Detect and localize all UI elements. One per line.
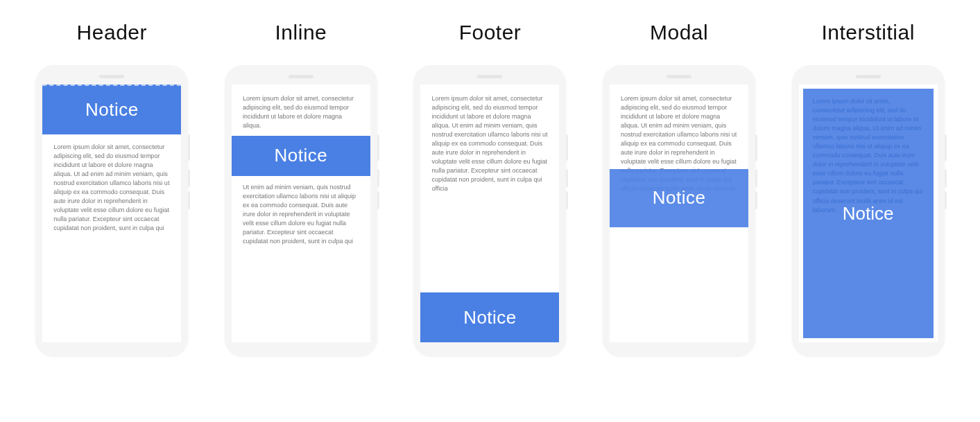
- screen-content: Notice Lorem ipsum dolor sit amet, conse…: [42, 85, 181, 342]
- screen-content: Lorem ipsum dolor sit amet, consectetur …: [232, 85, 370, 342]
- phone-screen: Lorem ipsum dolor sit amet, consectetur …: [420, 85, 559, 342]
- phone-mockup: Lorem ipsum dolor sit amet, consectetur …: [792, 65, 945, 356]
- phone-screen: Lorem ipsum dolor sit amet, consectetur …: [232, 85, 370, 342]
- diagram-row: Header Notice Lorem ipsum dolor sit amet…: [28, 21, 952, 356]
- notice-banner-modal: Notice: [610, 169, 748, 227]
- column-header: Header Notice Lorem ipsum dolor sit amet…: [28, 21, 196, 356]
- column-title: Header: [77, 21, 147, 44]
- column-title: Interstitial: [821, 21, 914, 44]
- phone-mockup: Lorem ipsum dolor sit amet, consectetur …: [603, 65, 755, 356]
- column-footer: Footer Lorem ipsum dolor sit amet, conse…: [406, 21, 574, 356]
- body-text: Lorem ipsum dolor sit amet, consectetur …: [53, 143, 170, 233]
- body-text: Lorem ipsum dolor sit amet, consectetur …: [243, 94, 359, 130]
- phone-screen: Lorem ipsum dolor sit amet, consectetur …: [799, 85, 938, 342]
- notice-banner-footer: Notice: [420, 292, 559, 342]
- phone-mockup: Lorem ipsum dolor sit amet, consectetur …: [225, 65, 377, 356]
- notice-banner-inline: Notice: [232, 136, 370, 176]
- phone-screen: Notice Lorem ipsum dolor sit amet, conse…: [42, 85, 181, 342]
- column-interstitial: Interstitial Lorem ipsum dolor sit amet,…: [784, 21, 952, 356]
- column-title: Footer: [459, 21, 522, 44]
- body-text: Ut enim ad minim veniam, quis nostrud ex…: [243, 183, 359, 246]
- phone-mockup: Notice Lorem ipsum dolor sit amet, conse…: [35, 65, 188, 356]
- column-title: Inline: [275, 21, 327, 44]
- notice-banner-interstitial: Notice: [803, 193, 934, 234]
- phone-screen: Lorem ipsum dolor sit amet, consectetur …: [610, 85, 748, 342]
- phone-mockup: Lorem ipsum dolor sit amet, consectetur …: [413, 65, 566, 356]
- notice-banner-header: Notice: [42, 85, 181, 134]
- column-modal: Modal Lorem ipsum dolor sit amet, consec…: [595, 21, 764, 356]
- interstitial-overlay: Lorem ipsum dolor sit amet, consectetur …: [803, 89, 934, 338]
- column-inline: Inline Lorem ipsum dolor sit amet, conse…: [217, 21, 386, 356]
- body-text: Lorem ipsum dolor sit amet, consectetur …: [431, 94, 548, 194]
- column-title: Modal: [650, 21, 708, 44]
